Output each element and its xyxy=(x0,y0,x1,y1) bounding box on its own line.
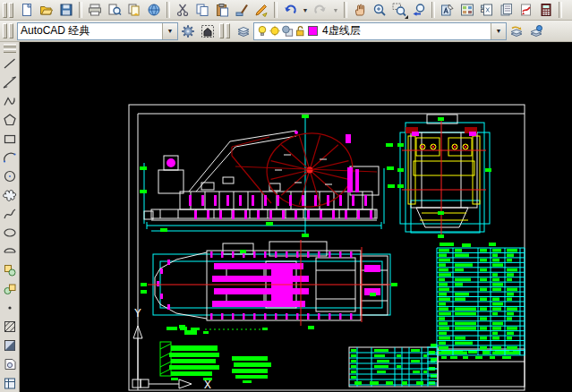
toolbar-grip[interactable] xyxy=(4,44,16,53)
sheet-set-manager-button[interactable] xyxy=(497,1,517,20)
design-center-button[interactable] xyxy=(457,1,477,20)
cut-button[interactable] xyxy=(173,1,192,20)
toolbar-separator xyxy=(166,2,170,18)
drawing-canvas[interactable]: YX xyxy=(20,42,572,392)
gradient-icon xyxy=(3,338,17,353)
layer-previous-button[interactable] xyxy=(507,21,526,40)
paste-icon xyxy=(215,3,229,17)
markup-set-manager-button[interactable] xyxy=(517,1,536,20)
plot-button[interactable] xyxy=(85,1,105,20)
layer-thaw-sun-icon[interactable] xyxy=(269,24,281,38)
zoom-previous-button[interactable] xyxy=(409,1,429,20)
cad-drawing: YX xyxy=(20,42,572,392)
workspace-combo[interactable]: AutoCAD 经典 ▼ xyxy=(17,22,178,40)
layer-unlock-icon[interactable] xyxy=(294,24,306,38)
hatch-button[interactable] xyxy=(1,317,19,336)
workspace-settings-icon xyxy=(181,24,195,38)
toolbar-grip[interactable] xyxy=(3,23,13,38)
block-editor-icon xyxy=(254,3,269,17)
rectangle-button[interactable] xyxy=(1,129,19,148)
layer-states-manager-button[interactable] xyxy=(526,21,546,40)
hatch-icon xyxy=(3,320,17,334)
new-button[interactable] xyxy=(17,1,37,20)
parts-table-bottom xyxy=(349,344,438,387)
copy-button[interactable] xyxy=(192,1,212,20)
construction-line-button[interactable] xyxy=(1,72,19,91)
zoom-window-button[interactable] xyxy=(389,1,409,20)
quick-calc-button[interactable] xyxy=(536,1,556,20)
layer-buttons xyxy=(507,21,546,40)
detail-a xyxy=(160,330,219,380)
polygon-icon xyxy=(3,113,17,127)
match-properties-button[interactable] xyxy=(232,1,252,20)
publish-icon xyxy=(127,3,141,17)
save-button[interactable] xyxy=(56,1,76,20)
circle-button[interactable] xyxy=(1,166,19,185)
layer-combo[interactable]: 4虚线层 ▼ xyxy=(253,22,507,40)
draw-toolbar xyxy=(0,42,20,392)
publish-button[interactable] xyxy=(124,1,144,20)
arc-button[interactable] xyxy=(1,148,19,166)
undo-icon xyxy=(283,3,297,17)
undo-button[interactable] xyxy=(280,1,300,20)
layer-viewport-freeze-icon[interactable] xyxy=(281,24,294,38)
polyline-icon xyxy=(3,94,17,108)
toolbar-grip[interactable] xyxy=(3,3,13,18)
polyline-button[interactable] xyxy=(1,91,19,110)
redo-icon xyxy=(313,3,328,17)
tool-palettes-button[interactable] xyxy=(477,1,497,20)
gradient-button[interactable] xyxy=(1,336,19,354)
parts-table-right xyxy=(437,243,525,355)
pan-button[interactable] xyxy=(350,1,370,20)
toolbar-separator xyxy=(344,2,347,18)
plan-view xyxy=(141,240,397,330)
ellipse-arc-button[interactable] xyxy=(1,242,19,260)
point-icon xyxy=(3,301,17,315)
ellipse-button[interactable] xyxy=(1,223,19,242)
zoom-realtime-button[interactable] xyxy=(370,1,389,20)
line-button[interactable] xyxy=(1,54,19,72)
polygon-button[interactable] xyxy=(1,110,19,129)
make-block-icon xyxy=(3,282,17,296)
spline-icon xyxy=(3,207,17,221)
web-button[interactable] xyxy=(144,1,164,20)
plot-icon xyxy=(88,3,102,17)
autocad-window: { "standard_toolbar": { "items": ["new",… xyxy=(0,0,572,392)
detail-b xyxy=(232,356,271,383)
properties-button[interactable] xyxy=(438,1,457,20)
open-button[interactable] xyxy=(37,1,56,20)
layer-properties-manager-button[interactable] xyxy=(234,21,253,40)
insert-block-button[interactable] xyxy=(1,260,19,279)
paste-button[interactable] xyxy=(212,1,232,20)
region-button[interactable] xyxy=(1,354,19,373)
design-center-icon xyxy=(460,3,474,17)
make-block-button[interactable] xyxy=(1,279,19,298)
undo-dropdown-button[interactable]: ▼ xyxy=(300,1,311,20)
circle-icon xyxy=(3,169,17,183)
revision-cloud-button[interactable] xyxy=(1,185,19,204)
chevron-down-icon[interactable]: ▼ xyxy=(491,23,506,39)
my-workspace-button[interactable] xyxy=(198,21,218,40)
redo-dropdown-button[interactable]: ▼ xyxy=(330,1,341,20)
toolbar-separator xyxy=(431,2,435,18)
toolbar-separator xyxy=(79,2,82,18)
chevron-down-icon[interactable]: ▼ xyxy=(162,23,177,39)
markup-set-manager-icon xyxy=(519,3,534,17)
tool-palettes-icon xyxy=(480,3,494,17)
construction-line-icon xyxy=(3,75,17,89)
table-button[interactable] xyxy=(1,373,19,392)
spline-button[interactable] xyxy=(1,204,19,223)
match-properties-icon xyxy=(235,3,249,17)
point-button[interactable] xyxy=(1,298,19,317)
layer-on-bulb-icon[interactable] xyxy=(256,24,269,38)
toolbar-separator xyxy=(274,2,277,18)
insert-block-icon xyxy=(3,263,17,277)
block-editor-button[interactable] xyxy=(252,1,271,20)
cut-icon xyxy=(175,3,190,17)
plot-preview-button[interactable] xyxy=(105,1,124,20)
workspace-settings-button[interactable] xyxy=(178,21,198,40)
toolbar-separator xyxy=(559,2,562,18)
help-button[interactable]: ? xyxy=(565,1,572,20)
toolbar-grip[interactable] xyxy=(219,23,230,38)
redo-button[interactable] xyxy=(311,1,330,20)
